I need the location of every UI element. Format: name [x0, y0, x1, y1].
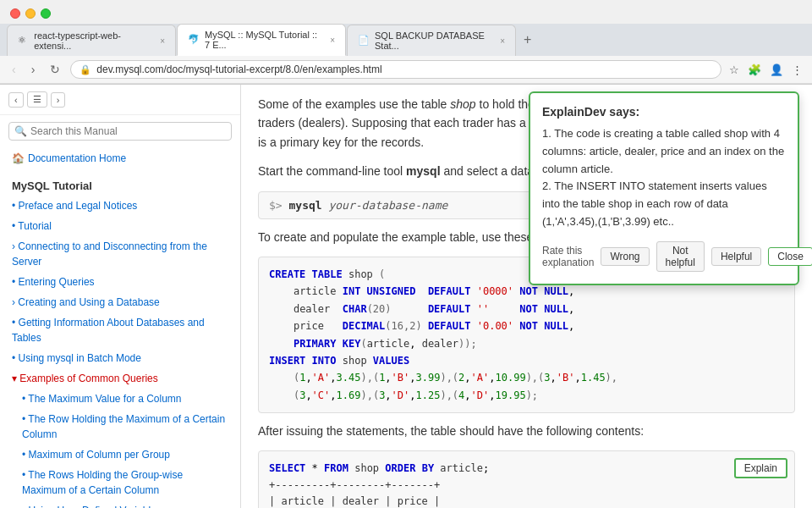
page-layout: ‹ ☰ › 🔍 🏠 Documentation Home MySQL Tutor… [0, 85, 812, 508]
sql-result: +---------+--------+-------+ | article |… [269, 478, 784, 508]
sidebar-label-getting-info: Getting Information About Databases and … [12, 317, 205, 344]
paragraph4: After issuing the statements, the table … [258, 422, 795, 440]
sidebar-section-title: MySQL Tutorial [0, 173, 240, 196]
code-line-5: PRIMARY KEY(article, dealer)); [269, 335, 784, 352]
sidebar-item-getting-info[interactable]: • Getting Information About Databases an… [0, 312, 240, 348]
refresh-button[interactable]: ↻ [45, 61, 65, 78]
bullet-icon: • [12, 276, 19, 288]
tab-label-mysql: MySQL :: MySQL Tutorial :: 7 E... [205, 30, 321, 50]
sidebar-label-creating: Creating and Using a Database [18, 296, 159, 308]
sidebar-item-rows-group[interactable]: • The Rows Holding the Group-wise Maximu… [0, 465, 240, 500]
sidebar-label-entering: Entering Queries [19, 276, 95, 288]
bullet-icon: • [12, 200, 19, 212]
menu-button[interactable]: ⋮ [789, 61, 805, 79]
sidebar-label-rows-group: The Rows Holding the Group-wise Maximum … [22, 469, 183, 496]
not-helpful-button[interactable]: Not helpful [656, 241, 705, 272]
sidebar-toc-button[interactable]: ☰ [27, 91, 47, 108]
search-box: 🔍 [8, 122, 232, 141]
rate-label: Rate this explanation [542, 245, 594, 268]
address-bar[interactable]: 🔒 dev.mysql.com/doc/mysql-tutorial-excer… [70, 60, 721, 79]
sidebar-label-preface: Preface and Legal Notices [19, 200, 138, 212]
explaindev-body: 1. The code is creating a table called s… [542, 125, 786, 231]
tab-close-sql[interactable]: × [500, 36, 505, 46]
sidebar-label-max-value: The Maximum Value for a Column [28, 393, 181, 405]
bullet-icon: • [22, 505, 29, 508]
tab-favicon-react: ⚛ [18, 35, 29, 47]
browser-chrome: ⚛ react-typescript-web-extensi... × 🐬 My… [0, 0, 812, 85]
sidebar-label-max-group: Maximum of Column per Group [29, 449, 170, 461]
cmd-name: mysql [288, 199, 321, 212]
sidebar-item-max-value[interactable]: • The Maximum Value for a Column [0, 389, 240, 409]
code-line-4: price DECIMAL(16,2) DEFAULT '0.00' NOT N… [269, 318, 784, 334]
wrong-button[interactable]: Wrong [601, 247, 649, 266]
sidebar-label-row-max: The Row Holding the Maximum of a Certain… [22, 413, 225, 440]
sidebar: ‹ ☰ › 🔍 🏠 Documentation Home MySQL Tutor… [0, 85, 241, 508]
bullet-icon: • [12, 352, 19, 364]
window-controls [0, 0, 812, 24]
sidebar-toolbar: ‹ ☰ › [0, 85, 240, 115]
sidebar-back-button[interactable]: ‹ [8, 92, 24, 108]
sidebar-label-batch: Using mysql in Batch Mode [19, 352, 141, 364]
cmd-arg: your-database-name [328, 199, 447, 212]
close-window-button[interactable] [10, 8, 20, 19]
sidebar-label-connecting: Connecting to and Disconnecting from the… [12, 240, 207, 268]
explain-button-2[interactable]: Explain [734, 458, 787, 478]
sidebar-label-user-vars: Using User-Defined Variables [29, 505, 162, 508]
tabs-bar: ⚛ react-typescript-web-extensi... × 🐬 My… [0, 24, 812, 56]
sidebar-item-user-vars[interactable]: • Using User-Defined Variables [0, 500, 240, 508]
explaindev-popup: ExplainDev says: 1. The code is creating… [529, 91, 799, 285]
sidebar-item-max-group[interactable]: • Maximum of Column per Group [0, 444, 240, 465]
explaindev-close-button[interactable]: Close [768, 247, 812, 266]
tab-sql[interactable]: 📄 SQL BACKUP DATABASE Stat... × [347, 25, 516, 56]
sidebar-home-link[interactable]: 🏠 Documentation Home [0, 147, 240, 173]
new-tab-button[interactable]: + [517, 29, 538, 51]
home-icon: 🏠 [12, 151, 25, 166]
sidebar-item-examples[interactable]: ▾ Examples of Common Queries [0, 368, 240, 389]
sidebar-home-label: Documentation Home [28, 151, 126, 166]
tab-close-react[interactable]: × [160, 36, 165, 46]
code-block-select: Explain SELECT * FROM shop ORDER BY arti… [258, 450, 795, 508]
minimize-window-button[interactable] [25, 8, 36, 19]
search-icon: 🔍 [14, 125, 27, 137]
search-input[interactable] [30, 125, 226, 137]
code-line-6: INSERT INTO shop VALUES [269, 352, 784, 369]
profile-button[interactable]: 👤 [767, 61, 786, 79]
sidebar-item-entering[interactable]: • Entering Queries [0, 272, 240, 292]
tab-favicon-sql: 📄 [358, 35, 370, 47]
forward-button[interactable]: › [26, 61, 41, 78]
sidebar-item-connecting[interactable]: › Connecting to and Disconnecting from t… [0, 236, 240, 272]
code-line-3: dealer CHAR(20) DEFAULT '' NOT NULL, [269, 301, 784, 318]
expand-icon-down: ▾ [12, 373, 19, 384]
explaindev-text: 1. The code is creating a table called s… [542, 127, 784, 228]
lock-icon: 🔒 [80, 64, 91, 75]
tab-favicon-mysql: 🐬 [188, 34, 200, 46]
tab-react[interactable]: ⚛ react-typescript-web-extensi... × [7, 25, 176, 56]
sidebar-item-row-max[interactable]: • The Row Holding the Maximum of a Certa… [0, 409, 240, 444]
code-line-8: (3,'C',1.69),(3,'D',1.25),(4,'D',19.95); [269, 387, 784, 404]
nav-icons: ☆ 🧩 👤 ⋮ [727, 61, 805, 79]
sidebar-forward-button[interactable]: › [51, 92, 66, 108]
bullet-icon: • [12, 317, 19, 329]
sidebar-label-examples: Examples of Common Queries [19, 373, 157, 384]
sidebar-item-batch[interactable]: • Using mysql in Batch Mode [0, 348, 240, 368]
bullet-icon: • [22, 449, 29, 461]
sidebar-item-tutorial[interactable]: • Tutorial [0, 216, 240, 236]
back-button[interactable]: ‹ [7, 61, 21, 78]
code-query: SELECT * FROM shop ORDER BY article; [269, 460, 784, 477]
main-content: ExplainDev says: 1. The code is creating… [241, 85, 812, 508]
code-line-7: (1,'A',3.45),(1,'B',3.99),(2,'A',10.99),… [269, 369, 784, 386]
tab-close-mysql[interactable]: × [330, 36, 335, 45]
sidebar-item-creating[interactable]: › Creating and Using a Database [0, 292, 240, 312]
explaindev-footer: Rate this explanation Wrong Not helpful … [542, 241, 786, 272]
tab-label-react: react-typescript-web-extensi... [34, 30, 151, 51]
url-text: dev.mysql.com/doc/mysql-tutorial-excerpt… [96, 64, 712, 75]
extensions-button[interactable]: 🧩 [745, 61, 764, 79]
maximize-window-button[interactable] [41, 8, 51, 19]
code-line-2: article INT UNSIGNED DEFAULT '0000' NOT … [269, 283, 784, 300]
nav-bar: ‹ › ↻ 🔒 dev.mysql.com/doc/mysql-tutorial… [0, 56, 812, 84]
sidebar-item-preface[interactable]: • Preface and Legal Notices [0, 196, 240, 216]
prompt: $> [269, 199, 288, 212]
bookmark-button[interactable]: ☆ [727, 61, 742, 79]
tab-mysql[interactable]: 🐬 MySQL :: MySQL Tutorial :: 7 E... × [177, 24, 346, 56]
helpful-button[interactable]: Helpful [711, 247, 761, 266]
